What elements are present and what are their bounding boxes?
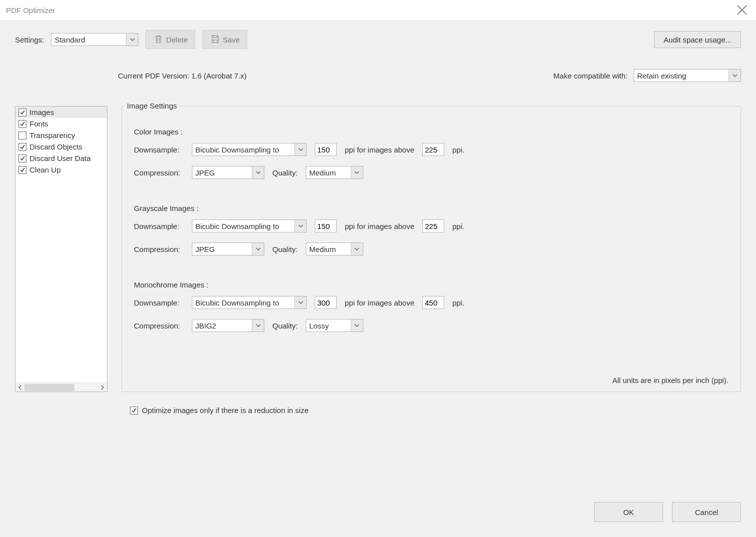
gray-downsample-select[interactable]: Bicubic Downsampling to <box>192 220 307 232</box>
color-quality-select[interactable]: Medium <box>306 166 363 179</box>
gray-ppi-input[interactable] <box>315 220 337 232</box>
color-ppi-input[interactable] <box>315 143 337 156</box>
ok-button[interactable]: OK <box>594 502 663 522</box>
checkbox-fonts[interactable] <box>18 120 26 128</box>
checkbox-discard-user-data[interactable] <box>18 154 26 162</box>
scroll-left-icon[interactable] <box>15 383 24 392</box>
mono-downsample-select[interactable]: Bicubic Downsampling to <box>192 296 307 309</box>
select-value: JBIG2 <box>195 322 216 330</box>
select-value: Bicubic Downsampling to <box>195 146 279 154</box>
color-above-input[interactable] <box>422 143 444 156</box>
compression-label: Compression: <box>134 245 184 254</box>
chevron-down-icon <box>729 70 741 82</box>
compression-label: Compression: <box>134 322 184 330</box>
settings-value: Standard <box>54 36 85 44</box>
sidebar-label: Transparency <box>29 131 75 140</box>
chevron-down-icon <box>351 243 363 255</box>
gray-above-input[interactable] <box>422 220 444 232</box>
window-title: PDF Optimizer <box>6 6 55 14</box>
category-list: Images Fonts Transparency Discard Object… <box>15 106 107 392</box>
chevron-down-icon <box>294 220 306 232</box>
color-images-header: Color Images : <box>134 128 729 136</box>
checkbox-transparency[interactable] <box>18 132 26 140</box>
sidebar-label: Discard Objects <box>29 142 82 151</box>
ppi-label: ppi. <box>452 146 464 154</box>
downsample-label: Downsample: <box>134 298 184 307</box>
grayscale-images-header: Grayscale Images : <box>134 204 729 212</box>
chevron-down-icon <box>294 144 306 156</box>
monochrome-images-header: Monochrome Images : <box>134 280 729 289</box>
sidebar-item-discard-user-data[interactable]: Discard User Data <box>15 152 107 164</box>
chevron-down-icon <box>351 320 363 332</box>
sidebar-label: Fonts <box>29 120 48 128</box>
optimize-checkbox[interactable] <box>130 406 138 414</box>
select-value: JPEG <box>195 245 215 254</box>
mono-downsample-row: Downsample: Bicubic Downsampling to ppi … <box>134 296 729 309</box>
select-value: Medium <box>309 245 336 254</box>
ppi-label: ppi. <box>452 222 464 230</box>
titlebar: PDF Optimizer <box>0 0 756 20</box>
ppi-label: ppi. <box>452 298 464 307</box>
floppy-icon <box>210 34 221 46</box>
trash-icon <box>153 34 164 46</box>
cancel-button[interactable]: Cancel <box>672 502 741 522</box>
sidebar-label: Images <box>29 108 54 116</box>
quality-label: Quality: <box>272 168 298 177</box>
info-row: Current PDF Version: 1.6 (Acrobat 7.x) M… <box>15 69 741 82</box>
quality-label: Quality: <box>272 322 298 330</box>
sidebar-item-fonts[interactable]: Fonts <box>15 118 107 130</box>
select-value: Bicubic Downsampling to <box>195 298 279 307</box>
ppi-above-label: ppi for images above <box>345 146 414 154</box>
save-button[interactable]: Save <box>202 30 247 49</box>
pdf-version-text: Current PDF Version: 1.6 (Acrobat 7.x) <box>118 72 247 80</box>
optimize-label: Optimize images only if there is a reduc… <box>142 406 308 414</box>
audit-label: Audit space usage... <box>664 36 732 44</box>
color-compression-select[interactable]: JPEG <box>192 166 264 179</box>
scroll-right-icon[interactable] <box>98 383 107 392</box>
mono-quality-select[interactable]: Lossy <box>306 319 363 332</box>
cancel-label: Cancel <box>695 508 719 516</box>
ppi-above-label: ppi for images above <box>345 222 414 230</box>
compression-label: Compression: <box>134 168 184 177</box>
gray-downsample-row: Downsample: Bicubic Downsampling to ppi … <box>134 220 729 232</box>
mono-compression-select[interactable]: JBIG2 <box>192 319 264 332</box>
main-area: Images Fonts Transparency Discard Object… <box>15 106 741 392</box>
sidebar-item-transparency[interactable]: Transparency <box>15 130 107 141</box>
quality-label: Quality: <box>272 245 298 254</box>
compat-label: Make compatible with: <box>554 72 628 80</box>
chevron-down-icon <box>252 320 264 332</box>
checkbox-discard-objects[interactable] <box>18 143 26 151</box>
mono-ppi-input[interactable] <box>315 296 337 309</box>
ok-label: OK <box>623 508 634 516</box>
checkbox-clean-up[interactable] <box>18 166 26 174</box>
color-downsample-select[interactable]: Bicubic Downsampling to <box>192 143 307 156</box>
close-icon[interactable] <box>736 4 748 16</box>
gray-compression-row: Compression: JPEG Quality: Medium <box>134 242 729 256</box>
footer-buttons: OK Cancel <box>594 502 741 522</box>
chevron-down-icon <box>351 166 363 178</box>
sidebar-scrollbar[interactable] <box>15 382 107 392</box>
top-toolbar: Settings: Standard Delete Save Audit spa… <box>15 30 741 49</box>
compat-select[interactable]: Retain existing <box>634 69 741 82</box>
panel-legend: Image Settings <box>125 102 179 110</box>
sidebar-item-discard-objects[interactable]: Discard Objects <box>15 141 107 152</box>
delete-button[interactable]: Delete <box>145 30 195 49</box>
gray-quality-select[interactable]: Medium <box>306 242 363 256</box>
chevron-down-icon <box>126 34 138 46</box>
image-settings-panel: Image Settings Color Images : Downsample… <box>121 106 741 392</box>
settings-select[interactable]: Standard <box>51 33 138 46</box>
audit-button[interactable]: Audit space usage... <box>654 31 741 48</box>
delete-label: Delete <box>166 36 187 44</box>
save-label: Save <box>223 36 240 44</box>
chevron-down-icon <box>294 296 306 308</box>
select-value: Medium <box>309 168 336 177</box>
color-downsample-row: Downsample: Bicubic Downsampling to ppi … <box>134 143 729 156</box>
checkbox-images[interactable] <box>18 108 26 116</box>
mono-above-input[interactable] <box>422 296 444 309</box>
compat-value: Retain existing <box>637 72 686 80</box>
settings-label: Settings: <box>15 36 44 44</box>
scroll-thumb[interactable] <box>24 384 74 391</box>
sidebar-item-images[interactable]: Images <box>15 106 107 118</box>
gray-compression-select[interactable]: JPEG <box>192 242 264 256</box>
sidebar-item-clean-up[interactable]: Clean Up <box>15 164 107 176</box>
